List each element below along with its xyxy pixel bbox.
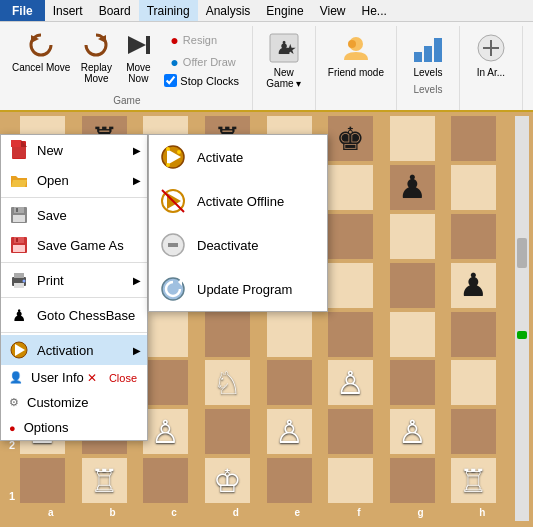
submenu-item-activate[interactable]: Activate	[149, 135, 327, 179]
board-square-1-7[interactable]	[451, 165, 496, 210]
board-square-4-2[interactable]	[143, 312, 188, 357]
ribbon: Cancel Move ReplayMove M	[0, 22, 533, 112]
stop-clocks-label: Stop Clocks	[180, 75, 239, 87]
submenu-item-deactivate[interactable]: Deactivate	[149, 223, 327, 267]
board-square-5-6[interactable]	[390, 360, 435, 405]
move-now-button[interactable]: MoveNow	[118, 28, 158, 86]
board-square-6-5[interactable]	[328, 409, 373, 454]
menu-insert[interactable]: Insert	[45, 0, 91, 21]
print-submenu-arrow: ▶	[133, 275, 141, 286]
friend-mode-button[interactable]: Friend mode	[322, 28, 390, 82]
replay-move-button[interactable]: ReplayMove	[76, 28, 116, 86]
board-square-5-7[interactable]	[451, 360, 496, 405]
menu-item-new[interactable]: New ▶	[1, 135, 147, 165]
in-ar-button[interactable]: In Ar...	[466, 28, 516, 82]
menu-item-save-as[interactable]: Save Game As	[1, 230, 147, 260]
menu-item-print[interactable]: Print ▶	[1, 265, 147, 295]
offer-draw-icon: ●	[170, 54, 178, 70]
board-square-3-5[interactable]	[328, 263, 373, 308]
board-square-5-4[interactable]	[267, 360, 312, 405]
scrollbar[interactable]	[515, 116, 529, 521]
board-square-6-3[interactable]	[205, 409, 250, 454]
svg-marker-16	[11, 140, 21, 147]
ribbon-game-buttons: Cancel Move ReplayMove M	[8, 28, 246, 93]
svg-rect-10	[424, 46, 432, 62]
board-square-5-5[interactable]: ♙	[328, 360, 373, 405]
board-square-7-1[interactable]: ♖	[82, 458, 127, 503]
update-icon	[159, 275, 187, 303]
menu-training[interactable]: Training	[139, 0, 198, 21]
board-square-1-6[interactable]: ♟	[390, 165, 435, 210]
board-square-1-5[interactable]	[328, 165, 373, 210]
submenu-item-activate-offline[interactable]: Activate Offline	[149, 179, 327, 223]
board-square-7-6[interactable]	[390, 458, 435, 503]
file-labels: a b c d e f g h	[20, 507, 513, 521]
svg-rect-23	[14, 237, 24, 243]
board-square-6-4[interactable]: ♙	[267, 409, 312, 454]
board-square-2-6[interactable]	[390, 214, 435, 259]
board-square-5-3[interactable]: ♘	[205, 360, 250, 405]
cancel-move-button[interactable]: Cancel Move	[8, 28, 74, 75]
menu-help[interactable]: He...	[354, 0, 395, 21]
board-square-2-7[interactable]	[451, 214, 496, 259]
close-x-icon: ✕	[87, 371, 97, 385]
board-square-4-5[interactable]	[328, 312, 373, 357]
stop-clocks-checkbox[interactable]	[164, 74, 177, 87]
menu-board[interactable]: Board	[91, 0, 139, 21]
board-square-0-6[interactable]	[390, 116, 435, 161]
resign-button[interactable]: ● Resign	[164, 30, 241, 50]
board-square-6-7[interactable]	[451, 409, 496, 454]
deactivate-icon	[159, 231, 187, 259]
file-g: g	[390, 507, 452, 521]
file-d: d	[205, 507, 267, 521]
board-square-4-6[interactable]	[390, 312, 435, 357]
file-a: a	[20, 507, 82, 521]
menu-customize-label: Customize	[27, 395, 88, 410]
ribbon-group-newgame: ♟ ★ NewGame ▾	[253, 26, 316, 110]
friend-mode-icon	[340, 32, 372, 67]
board-square-6-2[interactable]: ♙	[143, 409, 188, 454]
svg-point-8	[348, 40, 356, 48]
menu-analysis[interactable]: Analysis	[198, 0, 259, 21]
stop-clocks-checkbox-container[interactable]: Stop Clocks	[164, 74, 241, 87]
board-square-6-6[interactable]: ♙	[390, 409, 435, 454]
new-game-button[interactable]: ♟ ★ NewGame ▾	[259, 28, 309, 93]
board-square-4-4[interactable]	[267, 312, 312, 357]
menu-view[interactable]: View	[312, 0, 354, 21]
board-square-7-3[interactable]: ♔	[205, 458, 250, 503]
menu-item-save[interactable]: Save	[1, 200, 147, 230]
board-square-7-2[interactable]	[143, 458, 188, 503]
board-square-0-7[interactable]	[451, 116, 496, 161]
board-square-4-7[interactable]	[451, 312, 496, 357]
board-square-7-5[interactable]	[328, 458, 373, 503]
menu-item-user-info[interactable]: 👤 User Info ✕ Close	[1, 365, 147, 390]
board-square-2-5[interactable]	[328, 214, 373, 259]
activation-submenu: Activate Activate Offline Deactivate	[148, 134, 328, 312]
menu-item-activation[interactable]: Activation ▶	[1, 335, 147, 365]
menu-item-goto-chessbase[interactable]: ♟ Goto ChessBase	[1, 300, 147, 330]
svg-point-34	[166, 147, 170, 151]
board-square-3-6[interactable]	[390, 263, 435, 308]
submenu-item-update[interactable]: Update Program	[149, 267, 327, 311]
menu-engine[interactable]: Engine	[258, 0, 311, 21]
board-square-0-5[interactable]: ♚	[328, 116, 373, 161]
board-square-5-2[interactable]	[143, 360, 188, 405]
board-square-7-0[interactable]	[20, 458, 65, 503]
board-square-3-7[interactable]: ♟	[451, 263, 496, 308]
board-square-7-4[interactable]	[267, 458, 312, 503]
menu-item-customize[interactable]: ⚙ Customize	[1, 390, 147, 415]
menu-file[interactable]: File	[0, 0, 45, 21]
activate-offline-icon	[159, 187, 187, 215]
board-square-4-3[interactable]	[205, 312, 250, 357]
replay-move-icon	[81, 30, 111, 60]
piece-bK-0-5: ♚	[336, 123, 365, 155]
svg-point-35	[177, 150, 181, 154]
offer-draw-button[interactable]: ● Offer Draw	[164, 52, 241, 72]
rank-1: 1	[9, 490, 15, 502]
board-square-7-7[interactable]: ♖	[451, 458, 496, 503]
menu-item-open[interactable]: Open ▶	[1, 165, 147, 195]
menu-item-options[interactable]: ● Options	[1, 415, 147, 440]
levels-button[interactable]: Levels	[403, 28, 453, 82]
update-program-label: Update Program	[197, 282, 292, 297]
file-c: c	[143, 507, 205, 521]
